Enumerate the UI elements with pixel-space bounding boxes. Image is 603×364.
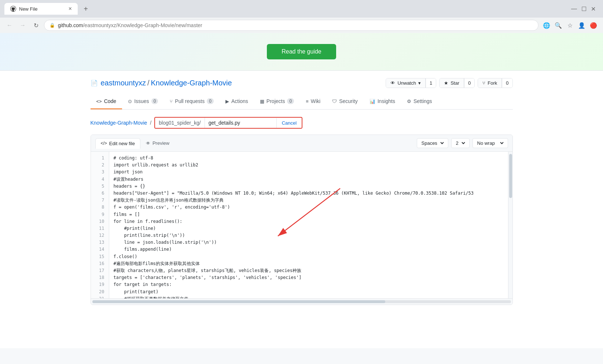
- cancel-button[interactable]: Cancel: [276, 118, 302, 128]
- editor-toolbar: </> Edit new file 👁 Preview Spaces Tabs: [91, 135, 512, 152]
- lock-icon: 🔒: [49, 23, 55, 28]
- extension-button[interactable]: 🔴: [588, 20, 599, 30]
- tab-projects[interactable]: ▦ Projects 0: [254, 94, 300, 109]
- star-count: 0: [464, 78, 474, 88]
- line-numbers: 1234567891011121314151617181920212223242…: [91, 152, 109, 298]
- browser-tab[interactable]: New File ×: [4, 3, 78, 15]
- spaces-select[interactable]: Spaces Tabs: [417, 138, 448, 148]
- line-number: 3: [91, 169, 109, 176]
- tab-issues[interactable]: ⊙ Issues 0: [122, 94, 164, 109]
- code-editor[interactable]: 1234567891011121314151617181920212223242…: [91, 152, 512, 298]
- code-line: #读取文件-读取json信息并将json格式数据转换为字典: [114, 197, 508, 204]
- read-guide-button[interactable]: Read the guide: [267, 44, 336, 59]
- profile-button[interactable]: 👤: [577, 20, 587, 30]
- actions-icon: ▶: [225, 99, 229, 104]
- tab-insights[interactable]: 📊 Insights: [364, 94, 401, 109]
- edit-icon: </>: [101, 141, 107, 146]
- fork-icon: ⑂: [482, 80, 485, 86]
- code-line: #循环获取五类数据并存储至文件: [114, 295, 508, 298]
- horizontal-scrollbar[interactable]: [91, 298, 512, 305]
- browser-action-buttons: 🌐 🔍 ☆ 👤 🔴: [541, 20, 599, 30]
- minimize-button[interactable]: —: [571, 5, 577, 12]
- editor-container: </> Edit new file 👁 Preview Spaces Tabs: [91, 135, 513, 305]
- address-bar[interactable]: 🔒 github.com/eastmountyxz/Knowledge-Grap…: [44, 20, 538, 31]
- tab-close-icon[interactable]: ×: [69, 6, 72, 12]
- line-number: 2: [91, 162, 109, 169]
- code-line: # coding: utf-8: [114, 155, 508, 162]
- line-number: 18: [91, 274, 109, 281]
- browser-navbar: ← → ↻ 🔒 github.com/eastmountyxz/Knowledg…: [0, 18, 603, 33]
- path-separator: /: [150, 120, 151, 126]
- address-url: github.com/eastmountyxz/Knowledge-Graph-…: [58, 22, 533, 28]
- scrollbar-thumb[interactable]: [92, 300, 385, 303]
- forward-button[interactable]: →: [18, 20, 28, 30]
- line-number: 1: [91, 155, 109, 162]
- directory-name: blog01_spider_kg/: [155, 118, 205, 128]
- fork-button[interactable]: ⑂ Fork: [478, 78, 502, 88]
- repo-name-link[interactable]: Knowledge-Graph-Movie: [151, 79, 232, 87]
- line-number: 5: [91, 183, 109, 190]
- indent-select[interactable]: 2 4 8: [451, 138, 470, 148]
- chevron-down-icon: ▾: [418, 80, 421, 86]
- wrap-dropdown[interactable]: No wrap Soft wrap: [476, 140, 505, 146]
- code-line: import json: [114, 169, 508, 176]
- file-path-box: blog01_spider_kg/ Cancel: [154, 117, 302, 129]
- vertical-scrollbar-thumb[interactable]: [509, 154, 512, 198]
- filename-input[interactable]: [205, 118, 276, 128]
- code-line: #print(line): [114, 225, 508, 232]
- reload-button[interactable]: ↻: [31, 20, 41, 30]
- star-button[interactable]: ★ Star: [440, 78, 464, 88]
- code-line: #获取 characters人物, planets星球, starships飞船…: [114, 267, 508, 274]
- code-line: f = open('films.csv', 'r', encoding='utf…: [114, 204, 508, 211]
- unwatch-group: 👁 Unwatch ▾ 1: [386, 78, 436, 88]
- preview-icon: 👁: [146, 141, 150, 146]
- line-number: 19: [91, 281, 109, 288]
- code-line: import urllib.request as urllib2: [114, 162, 508, 169]
- spaces-dropdown[interactable]: Spaces Tabs: [420, 140, 445, 146]
- new-tab-button[interactable]: +: [81, 4, 91, 14]
- indent-dropdown[interactable]: 2 4 8: [455, 140, 466, 146]
- star-icon: ★: [444, 80, 448, 86]
- github-page: 📄 eastmountyxz / Knowledge-Graph-Movie 👁…: [82, 71, 522, 312]
- repo-icon: 📄: [91, 80, 98, 87]
- tab-pull-requests[interactable]: ⑂ Pull requests 0: [164, 94, 220, 109]
- wiki-icon: ≡: [306, 99, 309, 104]
- line-number: 4: [91, 176, 109, 183]
- close-button[interactable]: ✕: [591, 5, 596, 12]
- tab-settings[interactable]: ⚙ Settings: [401, 94, 438, 109]
- vertical-scrollbar[interactable]: [508, 152, 512, 298]
- bookmark-button[interactable]: ☆: [565, 20, 575, 30]
- line-number: 17: [91, 267, 109, 274]
- line-number: 13: [91, 239, 109, 246]
- line-number: 6: [91, 190, 109, 197]
- tab-wiki[interactable]: ≡ Wiki: [300, 94, 326, 109]
- maximize-button[interactable]: ☐: [581, 5, 587, 12]
- unwatch-button[interactable]: 👁 Unwatch ▾: [386, 78, 426, 88]
- line-number: 21: [91, 295, 109, 298]
- line-number: 7: [91, 197, 109, 204]
- repo-owner-link[interactable]: eastmountyxz: [101, 79, 146, 87]
- code-line: #遍历每部电影films的实体并获取其他实体: [114, 260, 508, 267]
- file-path-row: Knowledge-Graph-Movie / blog01_spider_kg…: [91, 117, 513, 129]
- browser-window: New File × + — ☐ ✕ ← → ↻ 🔒 github.com/ea…: [0, 0, 603, 33]
- line-number: 16: [91, 260, 109, 267]
- code-content[interactable]: # coding: utf-8import urllib.request as …: [109, 152, 512, 298]
- code-line: for target in targets:: [114, 281, 508, 288]
- repo-link[interactable]: Knowledge-Graph-Movie: [91, 120, 147, 126]
- scrollbar-track: [92, 300, 511, 303]
- projects-icon: ▦: [260, 99, 264, 104]
- edit-tab[interactable]: </> Edit new file: [95, 138, 140, 149]
- preview-tab[interactable]: 👁 Preview: [140, 138, 175, 148]
- repo-actions: 👁 Unwatch ▾ 1 ★ Star 0 ⑂ Fo: [386, 78, 512, 88]
- github-favicon: [10, 6, 16, 12]
- line-number: 8: [91, 204, 109, 211]
- fork-count: 0: [502, 78, 512, 88]
- zoom-button[interactable]: 🔍: [553, 20, 563, 30]
- tab-code[interactable]: <> Code: [91, 94, 122, 109]
- back-button[interactable]: ←: [4, 20, 15, 30]
- tab-security[interactable]: 🛡 Security: [326, 94, 364, 109]
- translate-button[interactable]: 🌐: [541, 20, 552, 30]
- line-number: 14: [91, 246, 109, 253]
- tab-actions[interactable]: ▶ Actions: [220, 94, 254, 109]
- wrap-select[interactable]: No wrap Soft wrap: [473, 138, 508, 148]
